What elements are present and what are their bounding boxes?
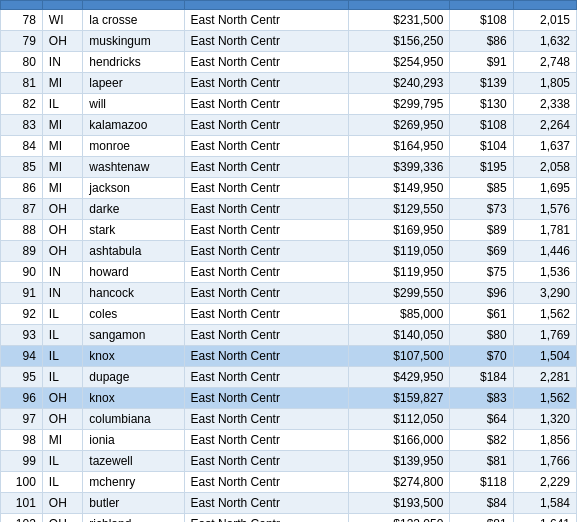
col-header-sqft	[513, 1, 576, 10]
cell-sqft: 1,695	[513, 178, 576, 199]
cell-num: 86	[1, 178, 43, 199]
table-row: 82ILwillEast North Centr$299,795$1302,33…	[1, 94, 577, 115]
cell-num: 91	[1, 283, 43, 304]
cell-state: IL	[42, 94, 83, 115]
cell-region: East North Centr	[184, 31, 349, 52]
cell-county: monroe	[83, 136, 184, 157]
cell-sqft: 1,562	[513, 388, 576, 409]
cell-ppsf: $85	[450, 178, 513, 199]
cell-region: East North Centr	[184, 367, 349, 388]
cell-state: IN	[42, 52, 83, 73]
cell-price: $274,800	[349, 472, 450, 493]
cell-state: OH	[42, 31, 83, 52]
table-row: 97OHcolumbianaEast North Centr$112,050$6…	[1, 409, 577, 430]
col-header-county	[83, 1, 184, 10]
cell-county: coles	[83, 304, 184, 325]
cell-state: IN	[42, 262, 83, 283]
cell-sqft: 2,229	[513, 472, 576, 493]
cell-ppsf: $86	[450, 31, 513, 52]
cell-price: $254,950	[349, 52, 450, 73]
cell-ppsf: $130	[450, 94, 513, 115]
cell-state: IN	[42, 283, 83, 304]
cell-region: East North Centr	[184, 73, 349, 94]
col-header-num	[1, 1, 43, 10]
cell-state: MI	[42, 115, 83, 136]
cell-state: WI	[42, 10, 83, 31]
table-row: 78WIla crosseEast North Centr$231,500$10…	[1, 10, 577, 31]
cell-county: ashtabula	[83, 241, 184, 262]
cell-state: IL	[42, 472, 83, 493]
cell-sqft: 1,562	[513, 304, 576, 325]
cell-state: IL	[42, 451, 83, 472]
cell-region: East North Centr	[184, 220, 349, 241]
cell-price: $85,000	[349, 304, 450, 325]
cell-ppsf: $81	[450, 451, 513, 472]
table-row: 88OHstarkEast North Centr$169,950$891,78…	[1, 220, 577, 241]
cell-state: MI	[42, 136, 83, 157]
cell-sqft: 1,632	[513, 31, 576, 52]
cell-ppsf: $81	[450, 514, 513, 523]
cell-region: East North Centr	[184, 514, 349, 523]
cell-price: $166,000	[349, 430, 450, 451]
cell-price: $112,050	[349, 409, 450, 430]
cell-sqft: 2,015	[513, 10, 576, 31]
cell-ppsf: $108	[450, 115, 513, 136]
cell-num: 78	[1, 10, 43, 31]
table-row: 96OHknoxEast North Centr$159,827$831,562	[1, 388, 577, 409]
cell-county: hancock	[83, 283, 184, 304]
cell-num: 101	[1, 493, 43, 514]
cell-sqft: 1,320	[513, 409, 576, 430]
cell-sqft: 1,805	[513, 73, 576, 94]
cell-sqft: 1,504	[513, 346, 576, 367]
cell-sqft: 3,290	[513, 283, 576, 304]
cell-ppsf: $83	[450, 388, 513, 409]
cell-sqft: 1,584	[513, 493, 576, 514]
cell-state: OH	[42, 220, 83, 241]
cell-num: 94	[1, 346, 43, 367]
table-row: 101OHbutlerEast North Centr$193,500$841,…	[1, 493, 577, 514]
cell-region: East North Centr	[184, 472, 349, 493]
cell-price: $129,550	[349, 199, 450, 220]
cell-sqft: 2,058	[513, 157, 576, 178]
cell-ppsf: $75	[450, 262, 513, 283]
cell-state: MI	[42, 178, 83, 199]
table-row: 89OHashtabulaEast North Centr$119,050$69…	[1, 241, 577, 262]
cell-county: lapeer	[83, 73, 184, 94]
cell-state: OH	[42, 199, 83, 220]
table-body: 78WIla crosseEast North Centr$231,500$10…	[1, 10, 577, 523]
cell-price: $269,950	[349, 115, 450, 136]
cell-sqft: 1,641	[513, 514, 576, 523]
cell-region: East North Centr	[184, 136, 349, 157]
cell-state: OH	[42, 514, 83, 523]
cell-region: East North Centr	[184, 115, 349, 136]
cell-ppsf: $118	[450, 472, 513, 493]
cell-region: East North Centr	[184, 304, 349, 325]
cell-num: 100	[1, 472, 43, 493]
cell-price: $119,950	[349, 262, 450, 283]
cell-region: East North Centr	[184, 178, 349, 199]
cell-county: knox	[83, 346, 184, 367]
cell-num: 84	[1, 136, 43, 157]
cell-price: $107,500	[349, 346, 450, 367]
cell-sqft: 1,781	[513, 220, 576, 241]
data-table: 78WIla crosseEast North Centr$231,500$10…	[0, 0, 577, 522]
cell-num: 80	[1, 52, 43, 73]
cell-num: 88	[1, 220, 43, 241]
cell-county: muskingum	[83, 31, 184, 52]
cell-num: 93	[1, 325, 43, 346]
cell-sqft: 2,281	[513, 367, 576, 388]
cell-region: East North Centr	[184, 262, 349, 283]
cell-region: East North Centr	[184, 94, 349, 115]
cell-num: 85	[1, 157, 43, 178]
cell-num: 102	[1, 514, 43, 523]
cell-state: IL	[42, 304, 83, 325]
table-row: 86MIjacksonEast North Centr$149,950$851,…	[1, 178, 577, 199]
cell-ppsf: $84	[450, 493, 513, 514]
cell-price: $429,950	[349, 367, 450, 388]
cell-region: East North Centr	[184, 409, 349, 430]
cell-region: East North Centr	[184, 325, 349, 346]
cell-region: East North Centr	[184, 451, 349, 472]
table-row: 81MIlapeerEast North Centr$240,293$1391,…	[1, 73, 577, 94]
cell-num: 96	[1, 388, 43, 409]
cell-county: darke	[83, 199, 184, 220]
